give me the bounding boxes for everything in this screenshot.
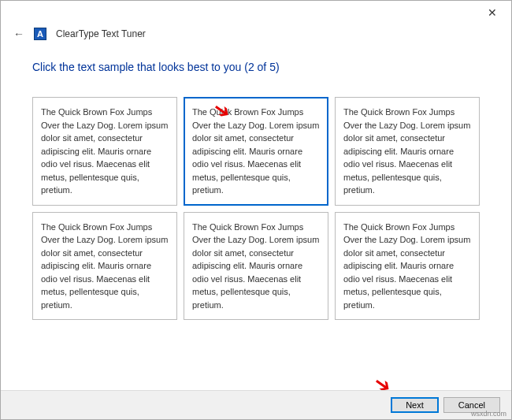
next-button[interactable]: Next — [391, 397, 439, 413]
text-sample-6[interactable]: The Quick Brown Fox Jumps Over the Lazy … — [335, 212, 480, 321]
text-sample-1[interactable]: The Quick Brown Fox Jumps Over the Lazy … — [32, 97, 177, 206]
titlebar: ✕ — [1, 1, 511, 24]
text-sample-5[interactable]: The Quick Brown Fox Jumps Over the Lazy … — [184, 212, 328, 321]
app-title: ClearType Text Tuner — [56, 28, 146, 39]
text-sample-4[interactable]: The Quick Brown Fox Jumps Over the Lazy … — [32, 212, 177, 321]
content-area: Click the text sample that looks best to… — [1, 46, 511, 320]
close-icon[interactable]: ✕ — [481, 5, 503, 20]
text-sample-3[interactable]: The Quick Brown Fox Jumps Over the Lazy … — [335, 97, 480, 206]
watermark: wsxdn.com — [471, 410, 506, 418]
page-heading: Click the text sample that looks best to… — [32, 61, 480, 73]
text-sample-2[interactable]: The Quick Brown Fox Jumps Over the Lazy … — [184, 97, 328, 206]
back-arrow-icon[interactable]: ← — [13, 28, 24, 40]
app-icon: A — [34, 28, 46, 40]
sample-grid: The Quick Brown Fox Jumps Over the Lazy … — [32, 97, 480, 320]
header: ← A ClearType Text Tuner — [1, 24, 511, 46]
footer: Next Cancel — [1, 390, 511, 419]
